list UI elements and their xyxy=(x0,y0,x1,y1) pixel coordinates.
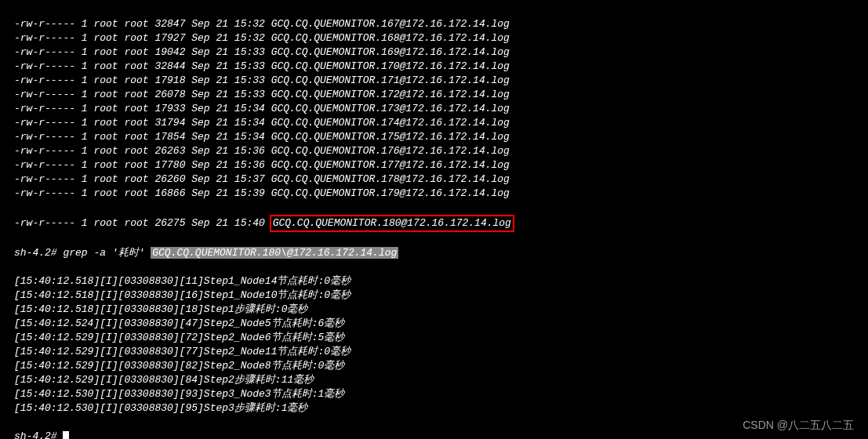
command-line-2[interactable]: sh-4.2# xyxy=(0,430,868,439)
ls-row: -rw-r----- 1 root root 17933 Sep 21 15:3… xyxy=(0,102,868,116)
grep-output-line: [15:40:12.530][I][03308830][95]Step3步骤耗时… xyxy=(0,401,868,415)
ls-row-highlighted: -rw-r----- 1 root root 26275 Sep 21 15:4… xyxy=(0,215,868,232)
terminal-output[interactable]: -rw-r----- 1 root root 32847 Sep 21 15:3… xyxy=(0,0,868,439)
grep-output-line: [15:40:12.518][I][03308830][16]Step1_Nod… xyxy=(0,288,868,303)
grep-output-line: [15:40:12.530][I][03308830][93]Step3_Nod… xyxy=(0,387,868,401)
grep-output-line: [15:40:12.518][I][03308830][11]Step1_Nod… xyxy=(0,274,868,288)
grep-output-line: [15:40:12.529][I][03308830][72]Step2_Nod… xyxy=(0,331,868,345)
ls-row: -rw-r----- 1 root root 17780 Sep 21 15:3… xyxy=(0,158,868,172)
ls-row: -rw-r----- 1 root root 26263 Sep 21 15:3… xyxy=(0,144,868,158)
ls-row: -rw-r----- 1 root root 16866 Sep 21 15:3… xyxy=(0,187,868,201)
ls-row: -rw-r----- 1 root root 26078 Sep 21 15:3… xyxy=(0,88,868,102)
grep-filename-arg: GCQ.CQ.QUEMONITOR.180\@172.16.172.14.log xyxy=(151,247,398,259)
grep-output-line: [15:40:12.529][I][03308830][77]Step2_Nod… xyxy=(0,345,868,359)
ls-row: -rw-r----- 1 root root 19042 Sep 21 15:3… xyxy=(0,45,868,60)
cursor-icon xyxy=(63,431,69,439)
ls-row: -rw-r----- 1 root root 31794 Sep 21 15:3… xyxy=(0,116,868,130)
ls-row: -rw-r----- 1 root root 17918 Sep 21 15:3… xyxy=(0,74,868,88)
ls-row: -rw-r----- 1 root root 32847 Sep 21 15:3… xyxy=(0,17,868,31)
grep-output-line: [15:40:12.529][I][03308830][82]Step2_Nod… xyxy=(0,359,868,373)
grep-output-line: [15:40:12.524][I][03308830][47]Step2_Nod… xyxy=(0,317,868,331)
ls-row: -rw-r----- 1 root root 26260 Sep 21 15:3… xyxy=(0,172,868,187)
grep-output-line: [15:40:12.529][I][03308830][84]Step2步骤耗时… xyxy=(0,373,868,387)
ls-row: -rw-r----- 1 root root 17854 Sep 21 15:3… xyxy=(0,130,868,144)
ls-row: -rw-r----- 1 root root 32844 Sep 21 15:3… xyxy=(0,60,868,74)
watermark-text: CSDN @八二五八二五 xyxy=(743,419,854,433)
highlighted-filename: GCQ.CQ.QUEMONITOR.180@172.16.172.14.log xyxy=(270,215,514,232)
ls-row: -rw-r----- 1 root root 17927 Sep 21 15:3… xyxy=(0,31,868,45)
command-line-1: sh-4.2# grep -a '耗时' GCQ.CQ.QUEMONITOR.1… xyxy=(0,246,868,260)
grep-output-line: [15:40:12.518][I][03308830][18]Step1步骤耗时… xyxy=(0,303,868,317)
